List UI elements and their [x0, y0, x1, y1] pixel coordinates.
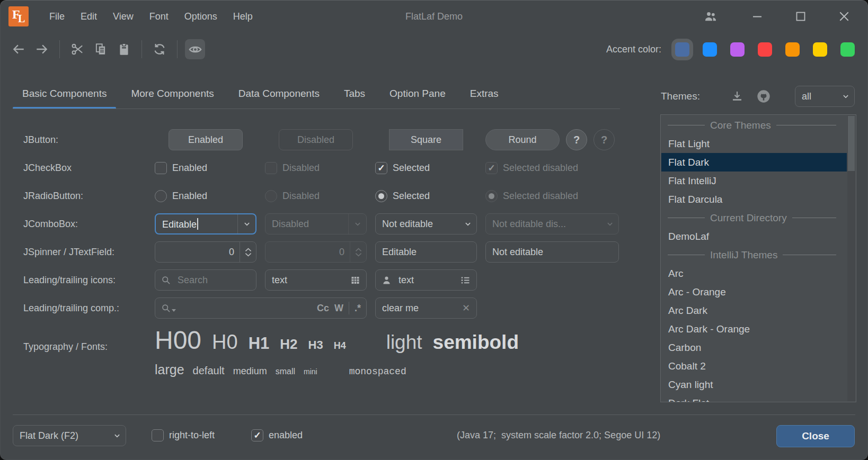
- theme-item-flat-light[interactable]: Flat Light: [661, 134, 847, 153]
- maximize-button[interactable]: [794, 10, 808, 23]
- clearable-input[interactable]: [376, 303, 462, 314]
- textfield-editable-input[interactable]: [376, 247, 476, 258]
- accent-swatch-red[interactable]: [758, 42, 772, 57]
- right-to-left-checkbox[interactable]: right-to-left: [152, 429, 215, 441]
- search-field[interactable]: [155, 269, 256, 291]
- menu-file[interactable]: File: [41, 0, 73, 33]
- accent-swatch-purple[interactable]: [730, 42, 745, 57]
- download-icon[interactable]: [728, 87, 747, 106]
- text-input[interactable]: [265, 275, 350, 286]
- paste-button[interactable]: [114, 39, 134, 59]
- accent-swatch-yellow[interactable]: [813, 42, 827, 57]
- menu-view[interactable]: View: [105, 0, 141, 33]
- search-with-dropdown-icon[interactable]: [161, 303, 176, 313]
- accent-swatch-green[interactable]: [840, 42, 855, 57]
- tab-data-components[interactable]: Data Components: [229, 80, 329, 109]
- text-field-table[interactable]: [265, 269, 367, 291]
- copy-button[interactable]: [91, 39, 111, 59]
- text-input[interactable]: [392, 275, 460, 286]
- theme-item-flat-intellij[interactable]: Flat IntelliJ: [661, 172, 847, 190]
- theme-group-separator: Core Themes: [661, 116, 847, 134]
- toolbar-separator: [59, 40, 60, 58]
- cut-button[interactable]: [67, 39, 87, 59]
- theme-item-cyan-light[interactable]: Cyan light: [661, 375, 847, 394]
- spinner-arrows-icon[interactable]: [240, 248, 256, 257]
- combobox-editable[interactable]: Editable: [155, 213, 256, 234]
- theme-item-carbon[interactable]: Carbon: [661, 338, 847, 357]
- jcheckbox-label: JCheckBox: [23, 163, 146, 174]
- theme-item-arc-dark[interactable]: Arc Dark: [661, 301, 847, 320]
- toolbar-separator: [141, 40, 142, 58]
- chevron-down-icon: [837, 92, 854, 101]
- refresh-button[interactable]: [149, 39, 170, 59]
- text-field-user-list[interactable]: [375, 269, 477, 291]
- accent-swatch-orange[interactable]: [785, 42, 800, 57]
- theme-item-arc-dark-orange[interactable]: Arc Dark - Orange: [661, 320, 847, 338]
- themes-filter-combobox[interactable]: all: [795, 86, 855, 107]
- chevron-down-icon[interactable]: [238, 219, 255, 229]
- laf-selector-combobox[interactable]: Flat Dark (F2): [13, 425, 126, 446]
- users-icon[interactable]: [704, 10, 718, 23]
- radio-enabled[interactable]: Enabled: [155, 190, 256, 202]
- clearable-field[interactable]: ✕: [375, 297, 477, 319]
- accent-swatch-default[interactable]: [675, 42, 689, 57]
- whole-words-button[interactable]: W: [334, 303, 343, 314]
- search-icon: [161, 275, 171, 285]
- back-button[interactable]: [8, 39, 29, 59]
- semibold-weight-sample: semibold: [433, 331, 519, 354]
- tab-basic-components[interactable]: Basic Components: [13, 80, 116, 109]
- theme-item-flat-darcula[interactable]: Flat Darcula: [661, 190, 847, 209]
- typography-sizes: large default medium small mini monospac…: [155, 362, 627, 377]
- show-hover-eye-toggle[interactable]: [185, 39, 205, 59]
- enabled-checkbox[interactable]: enabled: [251, 429, 303, 441]
- forward-button[interactable]: [32, 39, 52, 59]
- theme-item-cobalt-2[interactable]: Cobalt 2: [661, 357, 847, 375]
- list-icon[interactable]: [460, 275, 471, 286]
- square-button[interactable]: Square: [389, 129, 463, 150]
- accent-swatch-blue[interactable]: [703, 42, 717, 57]
- radio-selected[interactable]: Selected: [375, 190, 477, 202]
- regex-button[interactable]: .*: [355, 303, 361, 314]
- checkbox-checked-icon: [251, 429, 263, 441]
- h0-sample: H0: [212, 331, 238, 354]
- themes-scrollbar[interactable]: [847, 115, 855, 401]
- app-window: FL File Edit View Font Options Help Flat…: [0, 0, 868, 460]
- tab-extras[interactable]: Extras: [460, 80, 508, 109]
- checkbox-selected[interactable]: Selected: [375, 162, 477, 174]
- tab-tabs[interactable]: Tabs: [334, 80, 375, 109]
- scrollbar-thumb[interactable]: [848, 116, 855, 171]
- search-field-with-buttons[interactable]: Cc W .*: [155, 297, 367, 319]
- spinner-enabled[interactable]: 0: [155, 241, 256, 263]
- close-button[interactable]: Close: [776, 425, 855, 447]
- menu-edit[interactable]: Edit: [73, 0, 105, 33]
- enabled-button[interactable]: Enabled: [169, 129, 243, 150]
- checkbox-disabled: Disabled: [265, 162, 367, 174]
- tab-baseline: [13, 109, 620, 109]
- round-button[interactable]: Round: [485, 129, 560, 150]
- theme-item-dark-flat[interactable]: Dark Flat: [661, 394, 847, 402]
- theme-item-arc-orange[interactable]: Arc - Orange: [661, 283, 847, 301]
- search-input[interactable]: [171, 275, 256, 286]
- tab-more-components[interactable]: More Components: [121, 80, 223, 109]
- minimize-button[interactable]: [750, 10, 764, 23]
- checkbox-checked-icon: [485, 162, 498, 174]
- textfield-editable[interactable]: [375, 241, 477, 263]
- theme-group-separator: IntelliJ Themes: [661, 246, 847, 264]
- tab-option-pane[interactable]: Option Pane: [380, 80, 455, 109]
- github-icon[interactable]: [754, 87, 773, 106]
- close-window-button[interactable]: [837, 10, 851, 23]
- clear-icon[interactable]: ✕: [462, 302, 470, 314]
- theme-item-demolaf[interactable]: DemoLaf: [661, 227, 847, 246]
- help-button[interactable]: ?: [566, 129, 587, 150]
- theme-item-arc[interactable]: Arc: [661, 264, 847, 283]
- medium-sample: medium: [233, 366, 267, 377]
- menu-font[interactable]: Font: [141, 0, 176, 33]
- menu-help[interactable]: Help: [225, 0, 261, 33]
- menu-options[interactable]: Options: [176, 0, 225, 33]
- checkbox-enabled[interactable]: Enabled: [155, 162, 256, 174]
- theme-item-flat-dark[interactable]: Flat Dark: [661, 153, 847, 172]
- combobox-not-editable[interactable]: Not editable: [375, 213, 477, 234]
- h1-sample: H1: [249, 334, 270, 353]
- search-comp-input[interactable]: [176, 303, 317, 314]
- match-case-button[interactable]: Cc: [317, 303, 329, 314]
